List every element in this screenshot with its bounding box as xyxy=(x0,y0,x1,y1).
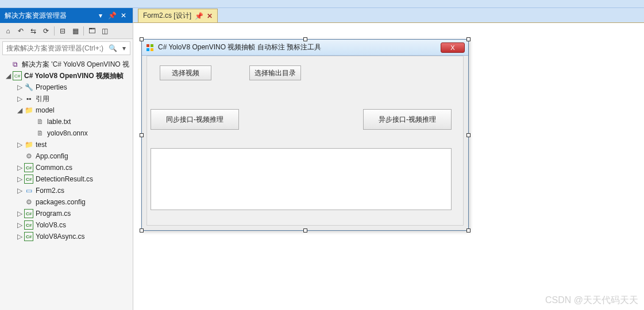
search-box[interactable]: 🔍 ▾ xyxy=(2,41,130,55)
resize-handle[interactable] xyxy=(466,133,471,137)
svg-rect-3 xyxy=(151,48,153,51)
form-title: C# YoloV8 OpenVINO 视频抽帧 自动标注 预标注工具 xyxy=(158,42,441,52)
resize-handle[interactable] xyxy=(466,228,471,232)
svg-rect-0 xyxy=(146,44,149,47)
chevron-right-icon[interactable]: ▷ xyxy=(16,141,23,148)
chevron-right-icon[interactable]: ▷ xyxy=(16,95,23,102)
folder-icon: 📁 xyxy=(24,140,33,149)
chevron-right-icon[interactable]: ▷ xyxy=(16,222,23,228)
tree-folder-model[interactable]: ◢📁 model xyxy=(0,104,133,116)
resize-handle[interactable] xyxy=(303,228,307,232)
tab-form2-design[interactable]: Form2.cs [设计] 📌 ✕ xyxy=(138,9,218,22)
cs-icon: C# xyxy=(24,220,33,230)
form-client-area[interactable]: 选择视频 选择输出目录 同步接口-视频推理 异步接口-视频推理 xyxy=(146,56,464,226)
chevron-right-icon[interactable]: ▷ xyxy=(16,187,23,194)
document-area: Form2.cs [设计] 📌 ✕ C# YoloV8 OpenVINO 视频抽… xyxy=(133,8,644,310)
cs-icon: C# xyxy=(24,175,33,184)
panel-header: 解决方案资源管理器 ▾ 📌 ✕ xyxy=(0,8,133,23)
tree-solution[interactable]: ▸⧉ 解决方案 'C# YoloV8 OpenVINO 视 xyxy=(0,59,133,70)
close-icon[interactable]: ✕ xyxy=(119,11,128,20)
tree-file-form2[interactable]: ▷▭ Form2.cs xyxy=(0,185,133,196)
tree-file-yolov8[interactable]: ▷C# YoloV8.cs xyxy=(0,219,133,231)
document-tabbar: Form2.cs [设计] 📌 ✕ xyxy=(133,8,644,23)
tree-file-common[interactable]: ▷C# Common.cs xyxy=(0,162,133,173)
tree-label: test xyxy=(36,141,47,149)
pin-icon[interactable]: 📌 xyxy=(107,11,117,20)
tree-file-detection[interactable]: ▷C# DetectionResult.cs xyxy=(0,173,133,185)
chevron-right-icon[interactable]: ▷ xyxy=(16,176,23,183)
refresh-icon[interactable]: ⟳ xyxy=(40,25,52,37)
chevron-right-icon[interactable]: ▷ xyxy=(16,210,23,217)
tree-label: Form2.cs xyxy=(36,187,64,195)
search-icon[interactable]: 🔍 xyxy=(107,42,118,54)
tree-label: 引用 xyxy=(36,94,49,104)
close-icon[interactable]: ✕ xyxy=(207,12,213,20)
references-icon: ▪▪ xyxy=(24,94,33,103)
app-icon xyxy=(145,43,155,52)
async-inference-button[interactable]: 异步接口-视频推理 xyxy=(363,109,452,130)
svg-rect-2 xyxy=(146,48,149,51)
collapse-icon[interactable]: ⊟ xyxy=(57,25,68,37)
output-textbox[interactable] xyxy=(151,148,452,210)
tree-label: YoloV8.cs xyxy=(36,221,66,229)
file-icon: 🗎 xyxy=(36,117,45,126)
tree-label: C# YoloV8 OpenVINO 视频抽帧 xyxy=(24,71,124,81)
tree-label: DetectionResult.cs xyxy=(36,175,93,183)
config-icon: ⚙ xyxy=(24,152,33,161)
select-video-button[interactable]: 选择视频 xyxy=(160,65,211,80)
top-strip xyxy=(0,0,644,8)
resize-handle[interactable] xyxy=(140,37,144,41)
cs-icon: C# xyxy=(24,232,33,241)
tree-file-packages[interactable]: ▸⚙ packages.config xyxy=(0,196,133,208)
solution-tree: ▸⧉ 解决方案 'C# YoloV8 OpenVINO 视 ◢C# C# Yol… xyxy=(0,57,133,310)
preview-icon[interactable]: ◫ xyxy=(99,25,110,37)
tree-project[interactable]: ◢C# C# YoloV8 OpenVINO 视频抽帧 xyxy=(0,70,133,82)
form-close-button[interactable]: X xyxy=(441,42,465,53)
search-dropdown-icon[interactable]: ▾ xyxy=(118,42,130,54)
panel-title: 解决方案资源管理器 xyxy=(5,11,94,21)
resize-handle[interactable] xyxy=(140,133,144,137)
tree-references[interactable]: ▷▪▪ 引用 xyxy=(0,93,133,104)
chevron-right-icon[interactable]: ▷ xyxy=(16,233,23,240)
dropdown-icon[interactable]: ▾ xyxy=(96,11,105,20)
cs-icon: C# xyxy=(24,209,33,218)
tree-label: model xyxy=(36,106,55,114)
separator xyxy=(83,26,84,36)
solution-icon: ⧉ xyxy=(10,60,20,69)
chevron-right-icon[interactable]: ▷ xyxy=(16,164,23,171)
chevron-down-icon[interactable]: ◢ xyxy=(16,107,23,114)
sync-inference-button[interactable]: 同步接口-视频推理 xyxy=(151,109,239,130)
svg-rect-1 xyxy=(151,44,153,47)
tree-label: App.config xyxy=(36,152,68,160)
chevron-down-icon[interactable]: ◢ xyxy=(5,72,11,79)
csproj-icon: C# xyxy=(13,71,22,80)
config-icon: ⚙ xyxy=(24,197,33,207)
tree-file-appconfig[interactable]: ▸⚙ App.config xyxy=(0,150,133,162)
tree-file-onnx[interactable]: ▸🗎 yolov8n.onnx xyxy=(0,127,133,139)
resize-handle[interactable] xyxy=(140,228,144,232)
form-window[interactable]: C# YoloV8 OpenVINO 视频抽帧 自动标注 预标注工具 X 选择视… xyxy=(141,39,469,231)
tree-properties[interactable]: ▷🔧 Properties xyxy=(0,82,133,93)
showall-icon[interactable]: ▦ xyxy=(70,25,81,37)
form-icon: ▭ xyxy=(24,186,33,195)
select-output-button[interactable]: 选择输出目录 xyxy=(249,65,301,80)
chevron-right-icon[interactable]: ▷ xyxy=(16,84,23,91)
search-input[interactable] xyxy=(3,44,107,52)
tree-file-lable[interactable]: ▸🗎 lable.txt xyxy=(0,116,133,127)
pin-icon[interactable]: 📌 xyxy=(195,12,203,20)
tree-file-yolov8async[interactable]: ▷C# YoloV8Async.cs xyxy=(0,231,133,242)
tree-folder-test[interactable]: ▷📁 test xyxy=(0,139,133,150)
resize-handle[interactable] xyxy=(303,37,307,41)
watermark: CSDN @天天代码天天 xyxy=(545,294,638,307)
resize-handle[interactable] xyxy=(466,37,471,41)
properties-icon[interactable]: 🗔 xyxy=(86,25,98,37)
home-icon[interactable]: ⌂ xyxy=(2,25,14,37)
back-icon[interactable]: ↶ xyxy=(15,25,26,37)
sync-icon[interactable]: ⇆ xyxy=(28,25,39,37)
panel-toolbar: ⌂ ↶ ⇆ ⟳ ⊟ ▦ 🗔 ◫ xyxy=(0,23,133,39)
wrench-icon: 🔧 xyxy=(24,83,33,92)
form-designer-surface[interactable]: C# YoloV8 OpenVINO 视频抽帧 自动标注 预标注工具 X 选择视… xyxy=(133,23,644,310)
tree-label: lable.txt xyxy=(47,118,71,126)
tree-file-program[interactable]: ▷C# Program.cs xyxy=(0,208,133,219)
tree-label: Properties xyxy=(36,83,67,91)
